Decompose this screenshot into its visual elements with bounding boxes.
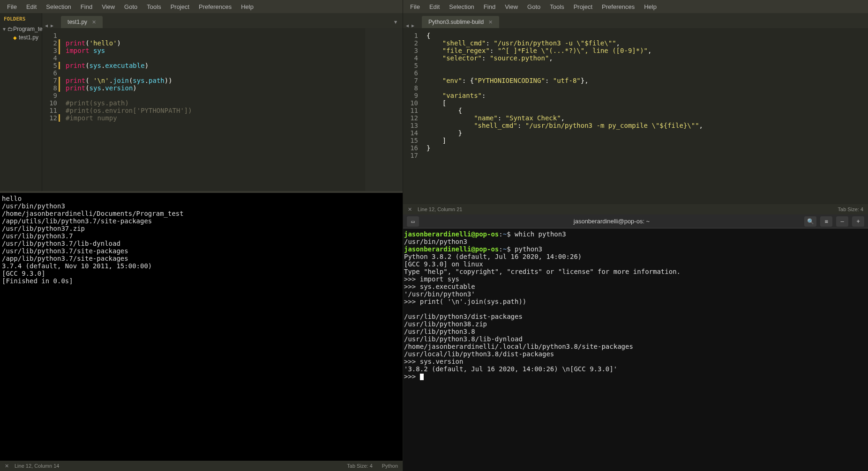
cursor-position: Line 12, Column 14 <box>15 463 59 469</box>
menu-view[interactable]: View <box>500 1 523 12</box>
close-icon[interactable]: ✕ <box>92 19 96 25</box>
terminal: ▭ jasonberardinelli@pop-os: ~ 🔍 ≡ — + ja… <box>403 214 868 471</box>
menu-goto[interactable]: Goto <box>120 1 142 12</box>
editor-top-area: FOLDERS ▾ 🗀 Program_tes ◆ test1.py ◀ ▶ t… <box>0 13 403 191</box>
menu-help[interactable]: Help <box>236 1 258 12</box>
new-tab-icon[interactable]: ▭ <box>407 216 419 227</box>
python-file-icon: ◆ <box>13 35 17 40</box>
menu-edit[interactable]: Edit <box>425 1 444 12</box>
menu-project[interactable]: Project <box>569 1 597 12</box>
menu-view[interactable]: View <box>97 1 120 12</box>
editor-area-right: ◀ ▶ Python3.sublime-build ✕ 123456789101… <box>403 13 868 214</box>
sidebar-header: FOLDERS <box>0 13 42 25</box>
menu-selection[interactable]: Selection <box>41 1 75 12</box>
menu-help[interactable]: Help <box>639 1 661 12</box>
tab-size-right[interactable]: Tab Size: 4 <box>838 206 863 212</box>
code-left[interactable]: print('hello') import sys print(sys.exec… <box>61 28 403 191</box>
tab-label: test1.py <box>67 19 87 25</box>
terminal-body[interactable]: jasonberardinelli@pop-os:~$ which python… <box>403 228 868 471</box>
menubar-right: FileEditSelectionFindViewGotoToolsProjec… <box>403 0 868 13</box>
left-sublime-window: FileEditSelectionFindViewGotoToolsProjec… <box>0 0 403 471</box>
tab-dropdown-icon[interactable]: ▾ <box>389 15 403 28</box>
tab-size[interactable]: Tab Size: 4 <box>347 463 372 469</box>
menubar-left: FileEditSelectionFindViewGotoToolsProjec… <box>0 0 403 13</box>
panel-close-icon[interactable]: ✕ <box>408 206 412 213</box>
menu-tools[interactable]: Tools <box>142 1 165 12</box>
menu-find[interactable]: Find <box>76 1 97 12</box>
panel-close-icon[interactable]: ✕ <box>5 463 9 469</box>
folder-collapse-icon: ▾ <box>3 26 6 32</box>
minimize-icon[interactable]: — <box>836 216 848 227</box>
menu-project[interactable]: Project <box>166 1 194 12</box>
tab-label-right: Python3.sublime-build <box>428 19 484 25</box>
menu-goto[interactable]: Goto <box>523 1 545 12</box>
minimap[interactable] <box>365 28 403 191</box>
search-icon[interactable]: 🔍 <box>804 216 816 227</box>
build-output-panel[interactable]: hello /usr/bin/python3 /home/jasonberard… <box>0 191 403 461</box>
menu-find[interactable]: Find <box>479 1 500 12</box>
sidebar: FOLDERS ▾ 🗀 Program_tes ◆ test1.py <box>0 13 42 191</box>
tab-test1[interactable]: test1.py ✕ <box>61 16 103 28</box>
sidebar-file[interactable]: ◆ test1.py <box>0 33 42 42</box>
menu-file[interactable]: File <box>2 1 22 12</box>
statusbar-left: ✕ Line 12, Column 14 Tab Size: 4 Python <box>0 461 403 471</box>
add-tab-icon[interactable]: + <box>852 216 864 227</box>
folder-icon: 🗀 <box>7 26 13 32</box>
cursor-position-right: Line 12, Column 21 <box>418 206 462 212</box>
terminal-header: ▭ jasonberardinelli@pop-os: ~ 🔍 ≡ — + <box>403 214 868 228</box>
code-right[interactable]: { "shell_cmd": "/usr/bin/python3 -u \"$f… <box>422 28 868 204</box>
sidebar-folder-label: Program_tes <box>13 26 45 32</box>
menu-icon[interactable]: ≡ <box>820 216 832 227</box>
menu-selection[interactable]: Selection <box>444 1 479 12</box>
tab-build[interactable]: Python3.sublime-build ✕ <box>422 16 499 28</box>
tabbar-left: ◀ ▶ test1.py ✕ ▾ <box>42 13 403 28</box>
right-pane: FileEditSelectionFindViewGotoToolsProjec… <box>403 0 868 471</box>
tabbar-right: ◀ ▶ Python3.sublime-build ✕ <box>403 13 868 28</box>
statusbar-right: ✕ Line 12, Column 21 Tab Size: 4 <box>403 204 868 214</box>
gutter-right: 1234567891011121314151617 <box>403 28 422 204</box>
close-icon[interactable]: ✕ <box>488 19 493 25</box>
menu-preferences[interactable]: Preferences <box>194 1 236 12</box>
tab-nav-arrows[interactable]: ◀ ▶ <box>42 23 56 28</box>
tab-nav-arrows-right[interactable]: ◀ ▶ <box>403 23 417 28</box>
syntax-lang[interactable]: Python <box>382 463 398 469</box>
menu-edit[interactable]: Edit <box>22 1 41 12</box>
gutter-left: 123456789101112 <box>42 28 61 191</box>
sidebar-file-label: test1.py <box>19 34 38 41</box>
sidebar-folder[interactable]: ▾ 🗀 Program_tes <box>0 25 42 33</box>
menu-tools[interactable]: Tools <box>545 1 569 12</box>
menu-preferences[interactable]: Preferences <box>597 1 639 12</box>
code-area-left[interactable]: 123456789101112 print('hello') import sy… <box>42 28 403 191</box>
code-area-right[interactable]: 1234567891011121314151617 { "shell_cmd":… <box>403 28 868 204</box>
menu-file[interactable]: File <box>405 1 425 12</box>
editor-area-left: ◀ ▶ test1.py ✕ ▾ 123456789101112 print('… <box>42 13 403 191</box>
terminal-title: jasonberardinelli@pop-os: ~ <box>423 218 801 225</box>
